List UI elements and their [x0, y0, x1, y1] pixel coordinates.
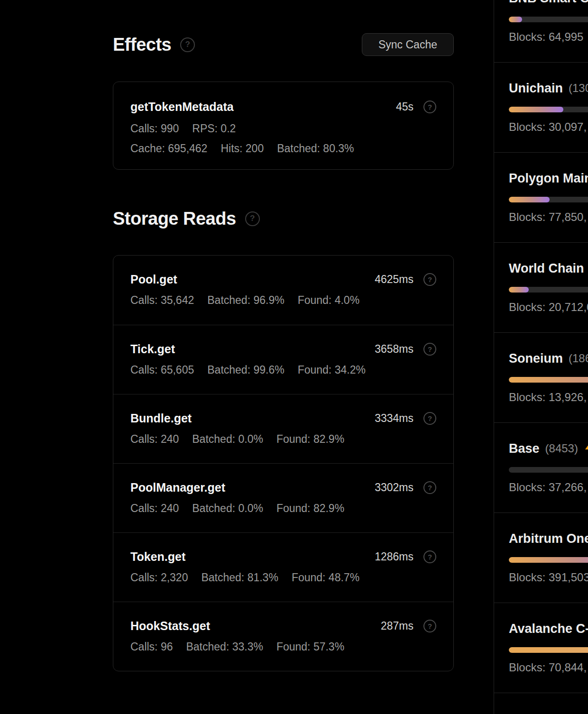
- sync-progress-bar: [509, 17, 588, 22]
- help-icon[interactable]: ?: [423, 620, 436, 632]
- storage-row-name: PoolManager.get: [130, 481, 225, 494]
- effects-card: getTokenMetadata 45s ? Calls: 990 RPS: 0…: [113, 82, 454, 170]
- effect-hits: Hits: 200: [220, 142, 264, 155]
- stat-batched: Batched: 81.3%: [201, 571, 278, 584]
- sync-progress-fill: [509, 377, 588, 383]
- stat-batched: Batched: 99.6%: [207, 364, 284, 376]
- question-glyph: ?: [428, 275, 432, 284]
- storage-reads-list: Pool.get 4625ms ? Calls: 35,642 Batched:…: [113, 255, 454, 671]
- storage-row-name: Bundle.get: [130, 412, 192, 425]
- stat-found: Found: 82.9%: [276, 502, 344, 515]
- storage-row: Pool.get 4625ms ? Calls: 35,642 Batched:…: [113, 256, 453, 325]
- help-icon[interactable]: ?: [423, 481, 436, 494]
- stat-calls: Calls: 35,642: [130, 294, 194, 307]
- storage-row-duration: 287ms: [381, 620, 413, 632]
- effect-duration: 45s: [396, 101, 413, 113]
- chain-blocks: Blocks: 391,503: [509, 571, 588, 584]
- stat-calls: Calls: 2,320: [130, 571, 188, 584]
- chain-name: Arbitrum One: [509, 531, 588, 546]
- storage-row-name: Pool.get: [130, 273, 177, 286]
- chain-blocks: Blocks: 70,844,: [509, 661, 588, 674]
- effect-calls: Calls: 990: [130, 122, 179, 135]
- help-icon[interactable]: ?: [423, 101, 436, 113]
- chain-card: Base (8453) Blocks: 37,266,: [494, 423, 588, 513]
- effects-title: Effects: [113, 35, 171, 55]
- storage-row: Token.get 1286ms ? Calls: 2,320 Batched:…: [113, 532, 453, 602]
- chain-card: Soneium (1868) Blocks: 13,926,: [494, 333, 588, 423]
- storage-row-duration: 1286ms: [375, 550, 413, 563]
- sync-progress-bar: [509, 377, 588, 383]
- storage-row-duration: 3658ms: [375, 343, 413, 356]
- chain-name: Base: [509, 441, 540, 456]
- chain-card: [494, 693, 588, 714]
- storage-row: Tick.get 3658ms ? Calls: 65,605 Batched:…: [113, 325, 453, 394]
- stat-calls: Calls: 240: [130, 433, 179, 446]
- sync-progress-fill: [509, 647, 588, 653]
- stat-found: Found: 57.3%: [276, 641, 344, 653]
- question-glyph: ?: [428, 553, 432, 561]
- sync-progress-bar: [509, 467, 588, 473]
- effect-rps: RPS: 0.2: [192, 122, 236, 135]
- effect-batched: Batched: 80.3%: [277, 142, 354, 155]
- chain-name: World Chain: [509, 261, 584, 276]
- help-icon[interactable]: ?: [423, 550, 436, 563]
- storage-row: Bundle.get 3334ms ? Calls: 240 Batched: …: [113, 394, 453, 463]
- effect-name: getTokenMetadata: [130, 100, 234, 114]
- question-glyph: ?: [428, 622, 432, 630]
- storage-row-duration: 3334ms: [375, 412, 413, 425]
- storage-row-name: Tick.get: [130, 342, 175, 356]
- help-icon[interactable]: ?: [423, 343, 436, 356]
- chain-id: (8453): [545, 442, 578, 455]
- help-icon[interactable]: ?: [423, 273, 436, 286]
- question-glyph: ?: [428, 103, 432, 111]
- storage-row-duration: 4625ms: [375, 273, 413, 286]
- storage-row: HookStats.get 287ms ? Calls: 96 Batched:…: [113, 602, 453, 671]
- stat-found: Found: 82.9%: [276, 433, 344, 446]
- stat-calls: Calls: 65,605: [130, 364, 194, 376]
- help-icon[interactable]: ?: [245, 211, 260, 226]
- chain-card: Polygon Mainnet Blocks: 77,850,: [494, 153, 588, 243]
- chain-card: Arbitrum One Blocks: 391,503: [494, 513, 588, 603]
- chain-id: (130): [569, 82, 588, 95]
- stat-calls: Calls: 96: [130, 641, 173, 653]
- chain-blocks: Blocks: 20,712,0: [509, 301, 588, 314]
- question-glyph: ?: [428, 484, 432, 492]
- chain-id: (1868): [569, 352, 588, 365]
- question-glyph: ?: [428, 345, 432, 353]
- stat-batched: Batched: 33.3%: [186, 641, 263, 653]
- chain-card: BNB Smart Chain Blocks: 64,995: [494, 0, 588, 63]
- chain-blocks: Blocks: 13,926,: [509, 391, 588, 404]
- sync-progress-fill: [509, 107, 563, 112]
- stat-found: Found: 48.7%: [292, 571, 359, 584]
- storage-reads-title: Storage Reads: [113, 209, 236, 229]
- help-icon[interactable]: ?: [180, 37, 195, 52]
- stat-batched: Batched: 0.0%: [192, 502, 263, 515]
- chain-name: Soneium: [509, 351, 563, 366]
- chain-blocks: Blocks: 30,097,: [509, 120, 588, 134]
- storage-row-duration: 3302ms: [375, 481, 413, 494]
- sync-progress-bar: [509, 107, 588, 112]
- stat-found: Found: 4.0%: [298, 294, 359, 307]
- chain-blocks: Blocks: 37,266,: [509, 481, 588, 494]
- lightning-icon: [585, 442, 588, 455]
- question-glyph: ?: [428, 414, 432, 422]
- sync-progress-fill: [509, 287, 529, 293]
- chain-card: World Chain Blocks: 20,712,0: [494, 243, 588, 333]
- chain-name: BNB Smart Chain: [509, 0, 588, 6]
- chain-name: Polygon Mainnet: [509, 171, 588, 186]
- chain-list: BNB Smart Chain Blocks: 64,995 Unichain …: [494, 0, 588, 714]
- help-icon[interactable]: ?: [423, 412, 436, 425]
- question-glyph: ?: [250, 214, 255, 223]
- chain-name: Avalanche C-Chain: [509, 622, 588, 636]
- sync-progress-bar: [509, 647, 588, 653]
- chains-panel: BNB Smart Chain Blocks: 64,995 Unichain …: [494, 0, 588, 714]
- stat-found: Found: 34.2%: [298, 364, 366, 376]
- stat-batched: Batched: 0.0%: [192, 433, 263, 446]
- effect-cache: Cache: 695,462: [130, 142, 207, 155]
- stat-calls: Calls: 240: [130, 502, 179, 515]
- sync-cache-button[interactable]: Sync Cache: [362, 33, 454, 56]
- sync-progress-fill: [509, 557, 588, 563]
- sync-progress-bar: [509, 197, 588, 202]
- chain-blocks: Blocks: 77,850,: [509, 211, 588, 224]
- chain-blocks: Blocks: 64,995: [509, 30, 588, 44]
